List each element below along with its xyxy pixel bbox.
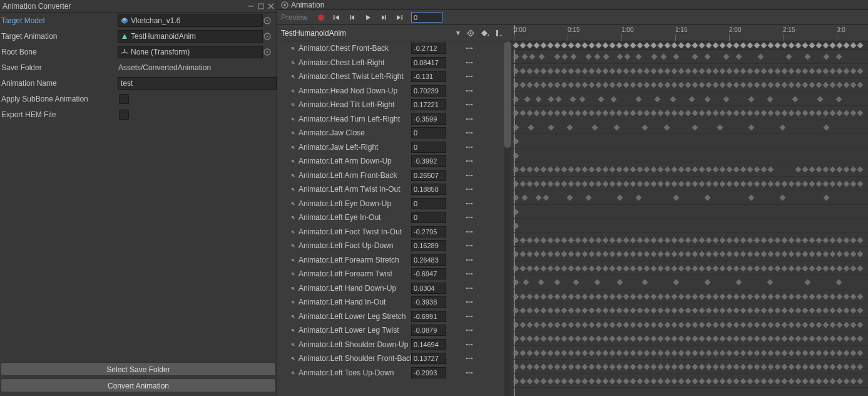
keyframe[interactable] <box>589 308 595 314</box>
keyframe[interactable] <box>754 110 760 117</box>
keyframe[interactable] <box>727 251 733 258</box>
keyframe[interactable] <box>713 265 719 271</box>
dopesheet-track[interactable] <box>511 78 868 92</box>
keyframe[interactable] <box>561 321 568 328</box>
keyframe[interactable] <box>548 167 554 173</box>
property-row[interactable]: Animator.Left Arm Twist In-Out <box>277 182 511 197</box>
keyframe[interactable] <box>513 180 519 187</box>
keyframe[interactable] <box>850 321 857 328</box>
keyframe[interactable] <box>736 279 742 286</box>
dopesheet-track[interactable] <box>511 64 868 78</box>
keyframe[interactable] <box>837 43 843 49</box>
keyframe[interactable] <box>582 82 588 88</box>
keyframe[interactable] <box>644 378 650 384</box>
keyframe[interactable] <box>727 82 733 88</box>
preview-toggle[interactable]: Preview <box>277 13 314 22</box>
keyframe[interactable] <box>561 237 568 243</box>
keyframe[interactable] <box>823 321 829 328</box>
keyframe[interactable] <box>513 110 519 117</box>
keyframe[interactable] <box>768 251 774 258</box>
keyframe[interactable] <box>699 251 705 258</box>
keyframe[interactable] <box>706 308 712 314</box>
keyframe[interactable] <box>541 364 547 370</box>
keyframe[interactable] <box>513 364 519 370</box>
keyframe[interactable] <box>575 336 581 342</box>
keyframe[interactable] <box>720 167 726 173</box>
keyframe[interactable] <box>816 82 822 88</box>
keyframe[interactable] <box>830 82 836 88</box>
keyframe[interactable] <box>678 43 685 49</box>
keyframe[interactable] <box>513 124 519 130</box>
property-menu-icon[interactable] <box>465 89 479 93</box>
keyframe[interactable] <box>795 265 802 271</box>
dopesheet-track[interactable] <box>511 92 868 107</box>
keyframe[interactable] <box>706 180 712 187</box>
property-row[interactable]: Animator.Left Forearm Twist <box>277 267 511 281</box>
keyframe[interactable] <box>616 321 623 328</box>
keyframe[interactable] <box>582 110 588 117</box>
keyframe[interactable] <box>658 364 664 370</box>
keyframe[interactable] <box>589 293 595 300</box>
dopesheet-track[interactable] <box>511 303 868 318</box>
keyframe[interactable] <box>637 321 643 328</box>
keyframe[interactable] <box>706 378 712 384</box>
keyframe[interactable] <box>665 82 671 88</box>
keyframe[interactable] <box>580 96 586 102</box>
keyframe[interactable] <box>561 68 568 74</box>
keyframe[interactable] <box>823 336 829 342</box>
keyframe[interactable] <box>754 68 760 74</box>
keyframe[interactable] <box>636 96 642 102</box>
keyframe[interactable] <box>699 350 705 356</box>
keyframe[interactable] <box>575 167 581 173</box>
keyframe[interactable] <box>575 82 581 88</box>
dopesheet-track[interactable] <box>511 346 868 360</box>
keyframe[interactable] <box>699 336 705 342</box>
dopesheet-track[interactable] <box>511 106 868 120</box>
keyframe[interactable] <box>664 124 670 130</box>
keyframe[interactable] <box>823 180 829 187</box>
keyframe[interactable] <box>617 195 623 201</box>
keyframe[interactable] <box>527 167 533 173</box>
goto-start-button[interactable] <box>329 11 344 24</box>
property-menu-icon[interactable] <box>465 230 479 234</box>
keyframe[interactable] <box>596 110 602 117</box>
keyframe[interactable] <box>733 336 740 342</box>
keyframe[interactable] <box>789 237 795 243</box>
keyframe[interactable] <box>782 237 788 243</box>
keyframe[interactable] <box>733 308 740 314</box>
keyframe[interactable] <box>727 350 733 356</box>
keyframe[interactable] <box>520 251 526 258</box>
keyframe[interactable] <box>671 364 678 370</box>
property-value-input[interactable] <box>411 99 446 110</box>
keyframe[interactable] <box>740 251 747 258</box>
keyframe[interactable] <box>589 336 595 342</box>
keyframe[interactable] <box>529 54 536 60</box>
keyframe[interactable] <box>705 54 711 60</box>
keyframe[interactable] <box>616 167 623 173</box>
keyframe[interactable] <box>596 265 602 271</box>
keyframe[interactable] <box>754 43 760 49</box>
keyframe[interactable] <box>610 167 616 173</box>
keyframe[interactable] <box>780 124 786 130</box>
property-menu-icon[interactable] <box>465 343 479 346</box>
keyframe[interactable] <box>775 308 781 314</box>
keyframe[interactable] <box>775 251 781 258</box>
dopesheet-track[interactable] <box>511 190 868 205</box>
keyframe[interactable] <box>733 321 740 328</box>
keyframe[interactable] <box>789 180 795 187</box>
keyframe[interactable] <box>520 180 526 187</box>
keyframe[interactable] <box>699 167 705 173</box>
keyframe[interactable] <box>665 321 671 328</box>
keyframe[interactable] <box>857 167 864 173</box>
keyframe[interactable] <box>830 336 836 342</box>
keyframe[interactable] <box>685 378 692 384</box>
keyframe[interactable] <box>651 180 657 187</box>
keyframe[interactable] <box>568 43 574 49</box>
keyframe[interactable] <box>561 82 568 88</box>
keyframe[interactable] <box>513 336 519 342</box>
dopesheet-track[interactable] <box>511 50 868 64</box>
keyframe[interactable] <box>603 293 609 300</box>
keyframe[interactable] <box>651 237 657 243</box>
keyframe[interactable] <box>644 364 650 370</box>
keyframe[interactable] <box>554 180 561 187</box>
